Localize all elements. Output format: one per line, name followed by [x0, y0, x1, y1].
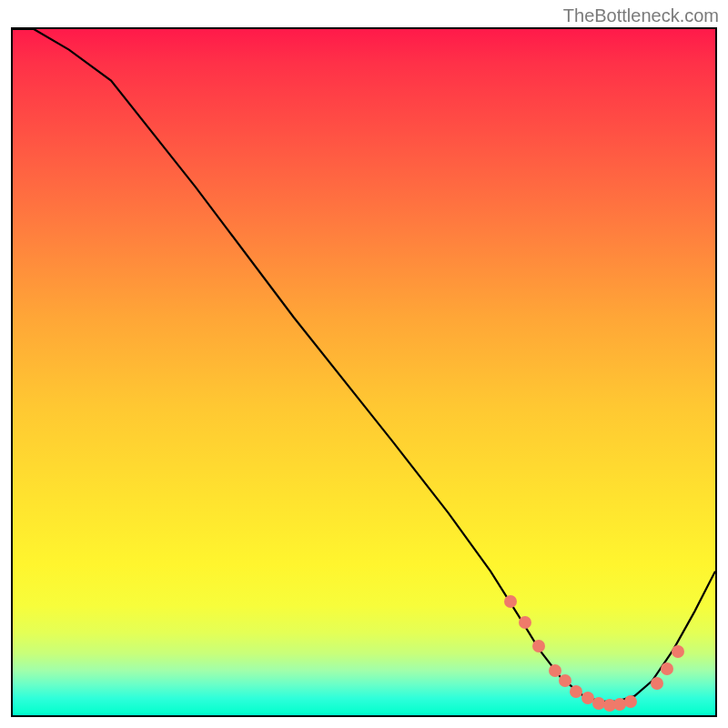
curve-dot — [532, 640, 545, 652]
curve-path — [13, 29, 715, 702]
curve-dot — [651, 677, 663, 690]
curve-dot — [504, 595, 517, 608]
curve-dot — [519, 616, 531, 629]
curve-dot — [672, 645, 684, 658]
curve-dot — [661, 662, 673, 675]
curve-dot — [570, 685, 582, 698]
watermark-text: TheBottleneck.com — [563, 5, 719, 26]
curve-dot — [624, 695, 637, 708]
curve-dot — [549, 664, 561, 677]
curve-line-svg — [13, 29, 715, 715]
chart-container — [11, 27, 717, 717]
curve-dot — [559, 674, 571, 687]
